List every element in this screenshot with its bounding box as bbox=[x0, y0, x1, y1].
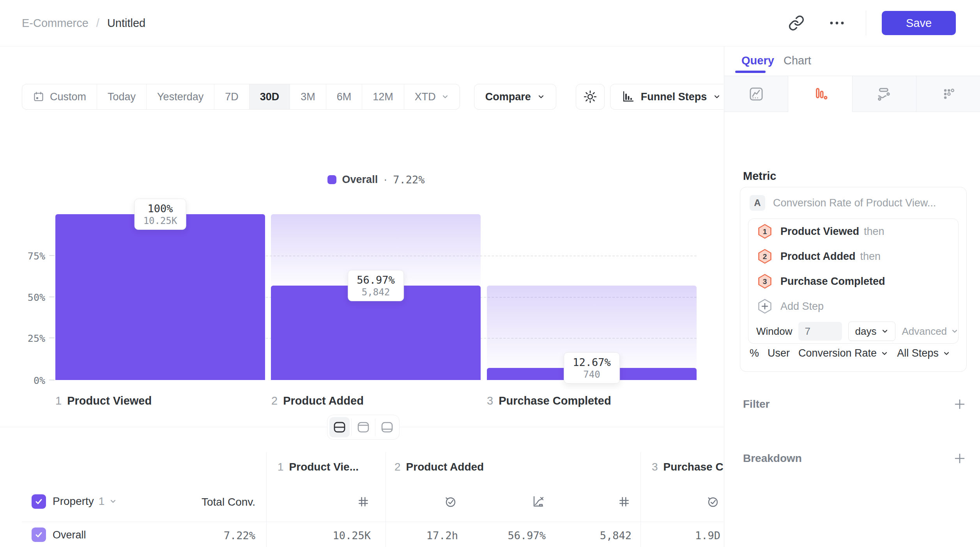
chart-type-data-table[interactable] bbox=[916, 76, 980, 112]
hash-icon bbox=[618, 495, 630, 508]
date-range-3m[interactable]: 3M bbox=[290, 84, 326, 109]
step-event-name: Product Viewed bbox=[780, 226, 859, 238]
chart-settings-button[interactable] bbox=[576, 84, 605, 110]
date-range-12m[interactable]: 12M bbox=[362, 84, 404, 109]
legend-swatch bbox=[327, 175, 336, 184]
count-column-header-step-2[interactable] bbox=[617, 494, 632, 509]
y-axis-tick-0: 0% bbox=[21, 375, 45, 386]
measured-scope-dropdown[interactable]: All Steps bbox=[897, 347, 950, 359]
date-range-xtd-label: XTD bbox=[415, 91, 436, 103]
y-axis-tick-25: 25% bbox=[21, 333, 45, 344]
property-column-header[interactable]: Property 1 bbox=[53, 495, 117, 508]
advanced-label: Advanced bbox=[902, 325, 947, 337]
total-conversion-column-header[interactable]: Total Conv. bbox=[202, 496, 255, 508]
y-axis-tickmark bbox=[49, 255, 55, 256]
save-button[interactable]: Save bbox=[882, 11, 956, 35]
x-label-step-2: 2 Product Added bbox=[271, 394, 364, 407]
funnel-step-row-2[interactable]: 2 Product Added then bbox=[748, 244, 958, 269]
avg-time-column-header-step-2[interactable] bbox=[443, 494, 458, 509]
table-only-view-button[interactable] bbox=[377, 417, 397, 437]
funnel-chart-plot: 100% 10.25K 56.97% 5,842 12.67% 740 bbox=[55, 214, 697, 380]
y-axis-tickmark bbox=[49, 297, 55, 297]
table-group-header-step-2[interactable]: 2 Product Added bbox=[394, 461, 484, 473]
chart-type-segmentation[interactable] bbox=[724, 76, 788, 112]
y-axis-tick-75: 75% bbox=[21, 250, 45, 262]
add-step-row[interactable]: Add Step bbox=[748, 294, 958, 319]
date-range-today[interactable]: Today bbox=[97, 84, 147, 109]
date-range-6m[interactable]: 6M bbox=[326, 84, 363, 109]
measured-metric-dropdown[interactable]: Conversion Rate bbox=[798, 347, 888, 359]
date-range-xtd[interactable]: XTD bbox=[404, 84, 460, 109]
chart-legend[interactable]: Overall · 7.22% bbox=[55, 174, 697, 186]
metric-card: A Conversion Rate of Product View... 1 P… bbox=[740, 187, 967, 372]
row-checkbox-overall[interactable] bbox=[32, 527, 46, 542]
gear-icon bbox=[583, 90, 597, 104]
funnel-tooltip-step-1: 100% 10.25K bbox=[134, 199, 186, 230]
chart-type-funnel-selected[interactable] bbox=[788, 76, 852, 112]
date-range-30d-selected[interactable]: 30D bbox=[249, 84, 290, 109]
count-column-header-step-1[interactable] bbox=[356, 494, 371, 509]
split-view-icon bbox=[333, 421, 346, 434]
step-event-name: Purchase Completed bbox=[780, 275, 885, 288]
date-range-custom-label: Custom bbox=[50, 91, 86, 103]
measured-metric-label: Conversion Rate bbox=[798, 347, 877, 359]
chart-type-journeys[interactable] bbox=[853, 76, 916, 112]
funnel-bar-step-3[interactable]: 12.67% 740 bbox=[487, 214, 697, 380]
split-view-button[interactable] bbox=[329, 417, 350, 437]
conversion-rate-column-header-step-2[interactable] bbox=[531, 494, 546, 509]
funnel-bar-step-2[interactable]: 56.97% 5,842 bbox=[271, 214, 481, 380]
funnel-fill-step-1[interactable] bbox=[55, 214, 265, 380]
window-unit-dropdown[interactable]: days bbox=[848, 321, 895, 341]
table-only-view-icon bbox=[380, 421, 394, 434]
table-group-header-step-3[interactable]: 3 Purchase C bbox=[652, 461, 724, 473]
svg-text:2: 2 bbox=[763, 252, 767, 261]
date-range-yesterday[interactable]: Yesterday bbox=[147, 84, 214, 109]
funnel-step-row-3[interactable]: 3 Purchase Completed bbox=[748, 269, 958, 294]
clock-check-icon bbox=[706, 495, 720, 509]
conversion-rate-icon bbox=[531, 495, 545, 509]
measured-prefix: % bbox=[750, 347, 759, 359]
group-number: 1 bbox=[278, 461, 284, 473]
svg-text:3: 3 bbox=[763, 277, 767, 286]
breadcrumb-project[interactable]: E-Commerce bbox=[22, 17, 88, 30]
compare-button[interactable]: Compare bbox=[474, 84, 556, 110]
step-number: 3 bbox=[487, 394, 493, 407]
more-menu-button[interactable] bbox=[826, 12, 848, 34]
copy-link-button[interactable] bbox=[785, 12, 807, 34]
funnel-chart-icon bbox=[812, 85, 829, 103]
calendar-icon bbox=[33, 91, 44, 103]
funnel-step-row-1[interactable]: 1 Product Viewed then bbox=[748, 219, 958, 244]
table-group-header-step-1[interactable]: 1 Product Vie... bbox=[278, 461, 359, 473]
chevron-down-icon bbox=[881, 350, 888, 357]
cell-step2-conversion: 56.97% bbox=[508, 529, 546, 542]
breakdown-section-label: Breakdown bbox=[743, 452, 802, 465]
date-range-custom[interactable]: Custom bbox=[22, 84, 97, 109]
step-name: Product Viewed bbox=[67, 394, 152, 407]
chevron-down-icon bbox=[951, 327, 959, 335]
step-name: Product Added bbox=[283, 394, 364, 407]
metric-series-row[interactable]: A Conversion Rate of Product View... bbox=[750, 195, 959, 211]
add-step-label: Add Step bbox=[780, 300, 824, 313]
flow-icon bbox=[876, 85, 893, 103]
measured-entity[interactable]: User bbox=[768, 347, 790, 359]
table-row-name[interactable]: Overall bbox=[53, 529, 86, 541]
property-label: Property bbox=[53, 495, 94, 508]
advanced-dropdown[interactable]: Advanced bbox=[902, 325, 959, 337]
window-value-input[interactable] bbox=[798, 322, 842, 341]
funnel-tooltip-step-3: 12.67% 740 bbox=[564, 352, 620, 384]
breadcrumb-title[interactable]: Untitled bbox=[107, 17, 145, 30]
avg-time-column-header-step-3[interactable] bbox=[706, 494, 720, 509]
checkbox-check-icon bbox=[35, 497, 43, 506]
add-breakdown-button[interactable] bbox=[953, 452, 966, 465]
date-range-7d[interactable]: 7D bbox=[214, 84, 249, 109]
add-filter-button[interactable] bbox=[953, 398, 966, 410]
chart-view-selector[interactable]: Funnel Steps bbox=[610, 84, 724, 110]
tab-chart[interactable]: Chart bbox=[784, 54, 811, 67]
y-axis-tick-50: 50% bbox=[21, 292, 45, 303]
metric-section-heading: Metric bbox=[743, 170, 776, 183]
funnel-bar-step-1[interactable]: 100% 10.25K bbox=[55, 214, 265, 380]
chart-only-view-button[interactable] bbox=[353, 417, 373, 437]
compare-label: Compare bbox=[485, 91, 531, 103]
select-all-checkbox[interactable] bbox=[32, 494, 46, 509]
tab-query[interactable]: Query bbox=[741, 54, 774, 67]
